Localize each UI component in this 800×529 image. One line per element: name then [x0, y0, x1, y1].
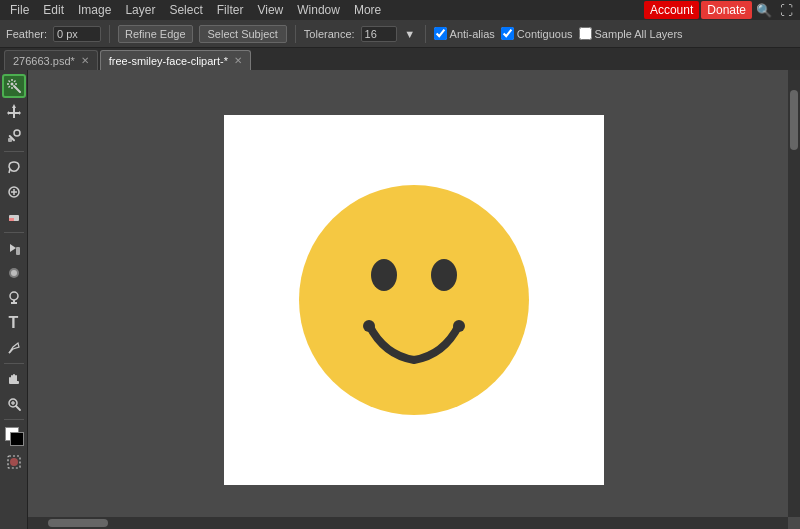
- svg-line-27: [9, 351, 11, 353]
- svg-point-40: [371, 259, 397, 291]
- menu-image[interactable]: Image: [72, 1, 117, 19]
- select-subject-button[interactable]: Select Subject: [199, 25, 287, 43]
- svg-line-34: [16, 406, 20, 410]
- tool-sep-2: [4, 232, 24, 233]
- tool-sep-3: [4, 363, 24, 364]
- svg-point-39: [299, 185, 529, 415]
- zoom-tool[interactable]: [2, 392, 26, 416]
- svg-line-14: [9, 169, 10, 173]
- menu-layer[interactable]: Layer: [119, 1, 161, 19]
- horizontal-scrollbar[interactable]: [28, 517, 788, 529]
- svg-point-38: [10, 458, 18, 466]
- menu-file[interactable]: File: [4, 1, 35, 19]
- eyedropper-tool[interactable]: [2, 124, 26, 148]
- svg-rect-30: [15, 375, 17, 382]
- contiguous-check[interactable]: Contiguous: [501, 27, 573, 40]
- tolerance-input[interactable]: [361, 26, 397, 42]
- tool-sep-1: [4, 151, 24, 152]
- svg-point-1: [10, 83, 13, 86]
- dodge-tool[interactable]: [2, 286, 26, 310]
- svg-point-23: [11, 270, 17, 276]
- svg-rect-28: [11, 375, 13, 382]
- toolbar-separator-3: [425, 25, 426, 43]
- smiley-face: [284, 170, 544, 430]
- h-scrollbar-thumb[interactable]: [48, 519, 108, 527]
- move-tool[interactable]: [2, 99, 26, 123]
- fullscreen-icon[interactable]: ⛶: [776, 2, 796, 18]
- tab-bar: 276663.psd* ✕ free-smiley-face-clipart-*…: [0, 48, 800, 70]
- menu-donate[interactable]: Donate: [701, 1, 752, 19]
- tab-close-276663[interactable]: ✕: [81, 56, 89, 66]
- refine-edge-button[interactable]: Refine Edge: [118, 25, 193, 43]
- svg-point-24: [10, 292, 18, 300]
- menu-view[interactable]: View: [251, 1, 289, 19]
- menu-edit[interactable]: Edit: [37, 1, 70, 19]
- svg-line-6: [8, 81, 10, 83]
- vertical-scrollbar[interactable]: [788, 70, 800, 517]
- pen-tool[interactable]: [2, 336, 26, 360]
- sample-all-layers-check[interactable]: Sample All Layers: [579, 27, 683, 40]
- main-area: T: [0, 70, 800, 529]
- v-scrollbar-thumb[interactable]: [790, 90, 798, 150]
- svg-rect-29: [13, 374, 15, 382]
- tab-smiley[interactable]: free-smiley-face-clipart-* ✕: [100, 50, 251, 70]
- menu-bar: File Edit Image Layer Select Filter View…: [0, 0, 800, 20]
- foreground-color[interactable]: [1, 423, 27, 449]
- svg-point-41: [431, 259, 457, 291]
- hand-tool[interactable]: [2, 367, 26, 391]
- canvas: [224, 115, 604, 485]
- menu-more[interactable]: More: [348, 1, 387, 19]
- quick-mask-tool[interactable]: [2, 450, 26, 474]
- text-tool[interactable]: T: [2, 311, 26, 335]
- blur-tool[interactable]: [2, 261, 26, 285]
- tolerance-dropdown-icon[interactable]: ▼: [403, 27, 417, 41]
- svg-line-8: [14, 81, 16, 83]
- feather-input[interactable]: [53, 26, 101, 42]
- healing-tool[interactable]: [2, 180, 26, 204]
- svg-rect-21: [16, 247, 20, 255]
- svg-point-43: [453, 320, 465, 332]
- eraser-tool[interactable]: [2, 205, 26, 229]
- tab-276663psd[interactable]: 276663.psd* ✕: [4, 50, 98, 70]
- fill-tool[interactable]: [2, 236, 26, 260]
- tab-close-smiley[interactable]: ✕: [234, 56, 242, 66]
- tool-options-bar: Feather: Refine Edge Select Subject Tole…: [0, 20, 800, 48]
- toolbar-separator-2: [295, 25, 296, 43]
- anti-alias-check[interactable]: Anti-alias: [434, 27, 495, 40]
- canvas-area[interactable]: [28, 70, 800, 529]
- svg-marker-10: [7, 104, 21, 118]
- svg-rect-19: [9, 218, 14, 221]
- svg-rect-32: [9, 381, 19, 384]
- toolbar-feather-label: Feather:: [6, 28, 47, 40]
- tab-label: 276663.psd*: [13, 55, 75, 67]
- lasso-tool[interactable]: [2, 155, 26, 179]
- search-icon[interactable]: 🔍: [754, 2, 774, 18]
- svg-point-13: [14, 130, 20, 136]
- menu-window[interactable]: Window: [291, 1, 346, 19]
- toolbox: T: [0, 70, 28, 529]
- tolerance-label: Tolerance:: [304, 28, 355, 40]
- tab-label-smiley: free-smiley-face-clipart-*: [109, 55, 228, 67]
- svg-line-9: [8, 86, 10, 88]
- menu-select[interactable]: Select: [163, 1, 208, 19]
- magic-wand-tool[interactable]: [2, 74, 26, 98]
- svg-marker-20: [10, 244, 16, 252]
- menu-account[interactable]: Account: [644, 1, 699, 19]
- menu-filter[interactable]: Filter: [211, 1, 250, 19]
- tool-sep-4: [4, 419, 24, 420]
- toolbar-separator-1: [109, 25, 110, 43]
- svg-point-42: [363, 320, 375, 332]
